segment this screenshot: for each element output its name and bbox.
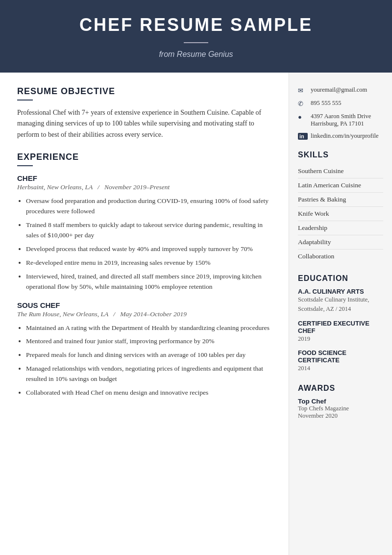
awards-section: AWARDS Top Chef Top Chefs Magazine Novem… [298,384,383,420]
list-item: Collaborated with Head Chef on menu desi… [26,388,274,398]
award-org-1: Top Chefs Magazine [298,405,383,412]
experience-title: EXPERIENCE [17,152,274,162]
job-2-company: The Rum House, New Orleans, LA [17,310,108,318]
experience-divider [17,165,33,166]
email-icon: ✉ [298,87,308,95]
skill-item: Southern Cuisine [298,164,383,178]
job-2-meta: The Rum House, New Orleans, LA / May 201… [17,310,274,318]
header-subtitle: from Resume Genius [10,50,382,59]
header-divider [184,42,208,43]
job-1-bullets: Oversaw food preparation and production … [26,196,274,292]
award-item-1: Top Chef Top Chefs Magazine November 202… [298,398,383,420]
skill-item: Pastries & Baking [298,193,383,207]
linkedin-icon: in [298,133,308,140]
job-2-period: May 2014–October 2019 [120,310,187,318]
skill-item: Knife Work [298,207,383,221]
objective-text: Professional Chef with 7+ years of exten… [17,107,274,140]
header: CHEF RESUME SAMPLE from Resume Genius [0,0,392,73]
education-title: EDUCATION [298,274,383,283]
job-1-title: CHEF [17,174,274,182]
job-1: CHEF Herbsaint, New Orleans, LA / Novemb… [17,174,274,292]
edu-detail-2: 2019 [298,334,383,344]
awards-title: AWARDS [298,384,383,393]
job-2-bullets: Maintained an A rating with the Departme… [26,323,274,399]
list-item: Developed process that reduced waste by … [26,244,274,254]
phone-text: 895 555 555 [311,100,342,107]
objective-title: RESUME OBJECTIVE [17,86,274,97]
header-title: CHEF RESUME SAMPLE [10,15,382,35]
award-date-1: November 2020 [298,412,383,420]
email-text: youremail@gmail.com [311,86,367,94]
address-text: 4397 Aaron Smith DriveHarrisburg, PA 171… [311,113,371,127]
location-icon: ● [298,113,308,121]
list-item: Interviewed, hired, trained, and directe… [26,272,274,292]
skills-title: SKILLS [298,151,383,159]
edu-item-3: FOOD SCIENCE CERTIFICATE 2014 [298,349,383,373]
edu-detail-1: Scottsdale Culinary Institute,Scottsdale… [298,295,383,314]
edu-name-2: CERTIFIED EXECUTIVE CHEF [298,320,383,334]
list-item: Managed relationships with vendors, nego… [26,364,274,384]
list-item: Mentored and trained four junior staff, … [26,336,274,347]
skill-item: Leadership [298,221,383,235]
edu-detail-3: 2014 [298,364,383,373]
skill-item: Latin American Cuisine [298,178,383,193]
objective-divider [17,100,33,101]
job-1-company: Herbsaint, New Orleans, LA [17,183,93,191]
job-2: SOUS CHEF The Rum House, New Orleans, LA… [17,301,274,399]
contact-email: ✉ youremail@gmail.com [298,86,383,95]
phone-icon: ✆ [298,100,308,108]
skills-list: Southern Cuisine Latin American Cuisine … [298,164,383,263]
skill-item: Collaboration [298,250,383,263]
right-column: ✉ youremail@gmail.com ✆ 895 555 555 ● 43… [289,73,392,555]
award-name-1: Top Chef [298,398,383,405]
job-2-title: SOUS CHEF [17,301,274,309]
skills-section: SKILLS Southern Cuisine Latin American C… [298,151,383,263]
job-1-meta: Herbsaint, New Orleans, LA / November 20… [17,183,274,191]
list-item: Prepared meals for lunch and dining serv… [26,350,274,360]
skill-item: Adaptability [298,235,383,250]
contact-linkedin: in linkedin.com/in/yourprofile [298,132,383,140]
edu-item-1: A.A. CULINARY ARTS Scottsdale Culinary I… [298,288,383,314]
list-item: Trained 8 staff members to quickly adapt… [26,220,274,241]
contact-address: ● 4397 Aaron Smith DriveHarrisburg, PA 1… [298,113,383,127]
edu-item-2: CERTIFIED EXECUTIVE CHEF 2019 [298,320,383,344]
contact-section: ✉ youremail@gmail.com ✆ 895 555 555 ● 43… [298,86,383,140]
linkedin-text: linkedin.com/in/yourprofile [311,132,379,140]
left-column: RESUME OBJECTIVE Professional Chef with … [0,73,289,555]
experience-section: EXPERIENCE CHEF Herbsaint, New Orleans, … [17,152,274,398]
edu-name-1: A.A. CULINARY ARTS [298,288,383,295]
list-item: Re-developed entire menu in 2019, increa… [26,258,274,268]
education-section: EDUCATION A.A. CULINARY ARTS Scottsdale … [298,274,383,373]
edu-name-3: FOOD SCIENCE CERTIFICATE [298,349,383,364]
list-item: Maintained an A rating with the Departme… [26,323,274,333]
objective-section: RESUME OBJECTIVE Professional Chef with … [17,86,274,140]
main-content: RESUME OBJECTIVE Professional Chef with … [0,73,392,555]
job-1-period: November 2019–Present [104,183,170,191]
list-item: Oversaw food preparation and production … [26,196,274,217]
contact-phone: ✆ 895 555 555 [298,100,383,108]
